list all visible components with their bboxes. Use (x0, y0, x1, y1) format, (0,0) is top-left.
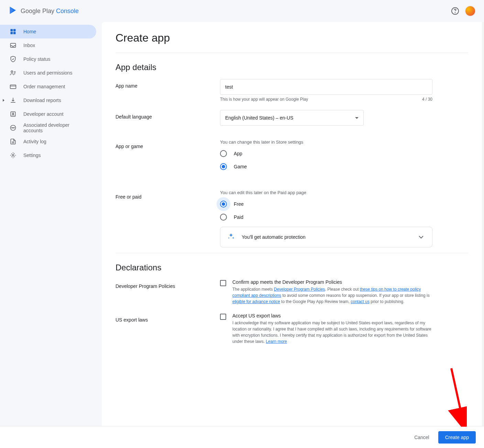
export-label: US export laws (116, 313, 220, 345)
protection-info-card[interactable]: You'll get automatic protection (220, 227, 432, 247)
app-name-counter: 4 / 30 (422, 97, 432, 102)
radio-free-label: Free (234, 201, 244, 207)
export-title: Accept US export laws (232, 313, 432, 318)
app-or-game-hint: You can change this later in Store setti… (220, 139, 432, 145)
radio-free[interactable]: Free (220, 201, 432, 208)
sidebar-item-reports[interactable]: Download reports (0, 93, 96, 107)
main-content: Create app App details App name This is … (102, 22, 484, 426)
radio-app-label: App (234, 151, 242, 156)
sidebar-item-inbox[interactable]: Inbox (0, 38, 96, 52)
inbox-icon (10, 42, 16, 49)
language-selected: English (United States) – en-US (225, 115, 293, 121)
radio-icon (220, 201, 227, 208)
section-app-details: App details (116, 63, 468, 72)
card-icon (10, 83, 16, 90)
radio-app[interactable]: App (220, 150, 432, 157)
radio-paid[interactable]: Paid (220, 214, 432, 221)
policies-desc: The application meets Developer Program … (232, 286, 432, 305)
sidebar-item-label: Associated developer accounts (23, 122, 88, 133)
export-desc: I acknowledge that my software applicati… (232, 320, 432, 345)
sidebar-item-policy[interactable]: Policy status (0, 52, 96, 66)
radio-icon (220, 163, 227, 170)
sidebar: Home Inbox Policy status Users and permi… (0, 22, 102, 426)
logo[interactable]: Google Play Console (8, 5, 79, 16)
sidebar-item-label: Policy status (23, 56, 51, 62)
section-declarations: Declarations (116, 263, 468, 272)
sidebar-item-label: Inbox (23, 43, 35, 48)
svg-rect-8 (10, 85, 16, 89)
free-or-paid-label: Free or paid (116, 190, 220, 247)
svg-point-10 (12, 113, 13, 114)
shield-icon (10, 56, 16, 63)
sidebar-item-settings[interactable]: Settings (0, 148, 96, 162)
language-select[interactable]: English (United States) – en-US (220, 110, 364, 126)
policies-title: Confirm app meets the Developer Program … (232, 279, 432, 285)
grid-icon (10, 28, 16, 35)
policies-checkbox[interactable] (220, 280, 226, 286)
svg-point-1 (455, 13, 455, 13)
language-label: Default language (116, 110, 220, 126)
sidebar-item-associated[interactable]: Associated developer accounts (0, 121, 96, 135)
radio-game-label: Game (234, 164, 247, 169)
app-name-label: App name (116, 79, 220, 102)
link-advance-notice[interactable]: eligible for advance notice (232, 299, 280, 304)
policies-label: Developer Program Policies (116, 279, 220, 305)
account-icon (10, 111, 16, 117)
header-bar: Google Play Console (0, 0, 484, 22)
circle-icon (10, 124, 16, 131)
create-app-button[interactable]: Create app (438, 431, 476, 444)
download-icon (10, 97, 16, 104)
app-name-input[interactable] (220, 79, 432, 95)
chevron-down-icon (417, 233, 425, 241)
divider (116, 253, 468, 253)
radio-paid-label: Paid (234, 214, 243, 220)
gear-icon (10, 152, 16, 159)
svg-rect-5 (13, 32, 16, 34)
radio-game[interactable]: Game (220, 163, 432, 170)
svg-point-7 (11, 71, 13, 72)
sidebar-item-home[interactable]: Home (0, 25, 96, 38)
users-icon (10, 69, 16, 76)
link-learn-more[interactable]: Learn more (266, 339, 287, 344)
sidebar-item-activity[interactable]: Activity log (0, 135, 96, 148)
sparkle-icon (227, 233, 235, 242)
cancel-button[interactable]: Cancel (409, 431, 434, 444)
sidebar-item-label: Users and permissions (23, 70, 72, 76)
chevron-down-icon (355, 117, 359, 119)
sidebar-item-label: Home (23, 29, 36, 34)
sidebar-item-users[interactable]: Users and permissions (0, 66, 96, 80)
play-console-logo-icon (8, 5, 18, 16)
avatar[interactable] (465, 5, 476, 16)
sidebar-item-label: Order management (23, 84, 65, 89)
radio-icon (220, 150, 227, 157)
svg-rect-4 (11, 32, 13, 34)
sidebar-item-dev-account[interactable]: Developer account (0, 107, 96, 121)
sidebar-item-orders[interactable]: Order management (0, 80, 96, 93)
radio-icon (220, 214, 227, 221)
footer-bar: Cancel Create app (0, 426, 484, 448)
sidebar-item-label: Download reports (23, 98, 61, 103)
svg-point-12 (12, 127, 12, 128)
app-or-game-label: App or game (116, 139, 220, 176)
svg-point-13 (13, 127, 13, 128)
help-icon[interactable] (451, 7, 459, 15)
sidebar-item-label: Settings (23, 153, 41, 158)
svg-rect-2 (11, 29, 13, 32)
link-dev-program-policies[interactable]: Developer Program Policies (274, 287, 325, 292)
page-title: Create app (116, 22, 468, 53)
free-or-paid-hint: You can edit this later on the Paid app … (220, 190, 432, 195)
protection-info-text: You'll get automatic protection (242, 234, 410, 240)
logo-text: Google Play Console (21, 8, 79, 15)
sidebar-item-label: Activity log (23, 139, 46, 144)
link-contact-us[interactable]: contact us (351, 299, 370, 304)
file-icon (10, 138, 16, 145)
sidebar-item-label: Developer account (23, 111, 64, 117)
app-name-helper: This is how your app will appear on Goog… (220, 97, 308, 102)
svg-point-14 (14, 127, 15, 128)
svg-point-15 (12, 155, 14, 156)
export-checkbox[interactable] (220, 314, 226, 320)
svg-rect-3 (13, 29, 16, 32)
